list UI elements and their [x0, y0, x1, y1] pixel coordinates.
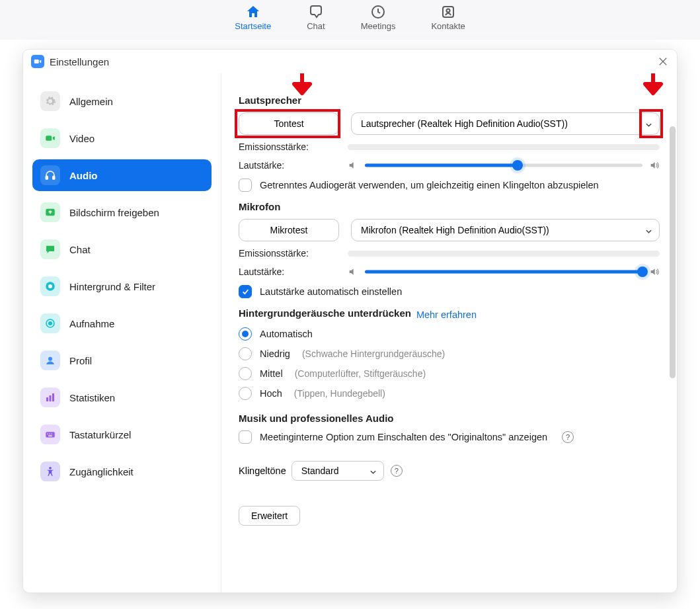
chat-icon — [40, 239, 60, 259]
sidebar-item-shortcuts[interactable]: Tastaturkürzel — [32, 419, 212, 450]
annotation-box-dropdown — [639, 109, 663, 138]
sidebar-item-statistics[interactable]: Statistiken — [32, 382, 212, 413]
checkbox-unchecked-icon — [239, 179, 252, 192]
noise-medium-label: Mittel — [260, 368, 283, 379]
svg-rect-5 — [46, 177, 48, 180]
ringtone-select[interactable]: Standard — [292, 461, 384, 481]
svg-point-19 — [52, 434, 53, 435]
close-button[interactable] — [657, 56, 669, 67]
svg-rect-3 — [34, 60, 39, 63]
radio-icon — [239, 347, 252, 360]
annotation-arrow-left — [290, 73, 314, 102]
svg-rect-20 — [48, 436, 52, 437]
mic-test-button[interactable]: Mikrotest — [239, 219, 339, 241]
speaker-device-select[interactable]: Lautsprecher (Realtek High Definition Au… — [351, 112, 660, 135]
sidebar-label: Hintergrund & Filter — [69, 281, 155, 292]
share-screen-icon — [40, 202, 60, 222]
sidebar-item-general[interactable]: Allgemein — [32, 85, 212, 117]
sidebar-item-share-screen[interactable]: Bildschirm freigeben — [32, 196, 212, 228]
svg-point-2 — [447, 9, 450, 13]
sidebar-label: Chat — [69, 244, 91, 255]
mic-device-select[interactable]: Mikrofon (Realtek High Definition Audio(… — [351, 219, 660, 241]
chat-bubble-icon — [308, 4, 324, 20]
radio-icon — [239, 367, 252, 380]
sidebar-label: Profil — [69, 355, 92, 366]
radio-icon — [239, 387, 252, 400]
speaker-device-value: Lautsprecher (Realtek High Definition Au… — [361, 118, 568, 129]
auto-adjust-volume-checkbox[interactable]: Lautstärke automatisch einstellen — [239, 285, 660, 298]
help-icon[interactable]: ? — [391, 465, 403, 477]
sidebar-item-profile[interactable]: Profil — [32, 345, 212, 376]
nav-home-label: Startseite — [235, 21, 271, 31]
settings-window: Einstellungen Allgemein Video Audio Bild… — [22, 49, 678, 593]
scrollbar-thumb[interactable] — [670, 126, 676, 378]
zoom-app-icon — [31, 55, 44, 68]
sidebar-label: Bildschirm freigeben — [69, 207, 159, 218]
nav-meetings-label: Meetings — [361, 21, 396, 31]
record-icon — [40, 313, 60, 333]
settings-titlebar: Einstellungen — [23, 50, 677, 73]
chevron-down-icon — [369, 467, 377, 475]
noise-radio-medium[interactable]: Mittel (Computerlüfter, Stiftgeräusche) — [239, 364, 660, 384]
sidebar-label: Aufnahme — [69, 318, 114, 329]
nav-home[interactable]: Startseite — [235, 4, 271, 31]
sidebar-item-audio[interactable]: Audio — [32, 159, 212, 191]
top-nav-bar: Startseite Chat Meetings Kontakte — [0, 0, 700, 40]
svg-rect-13 — [46, 397, 48, 401]
accessibility-icon — [40, 462, 60, 481]
svg-rect-16 — [46, 432, 55, 437]
speaker-volume-slider[interactable] — [365, 159, 642, 172]
auto-adjust-label: Lautstärke automatisch einstellen — [260, 286, 402, 297]
chevron-down-icon — [645, 227, 652, 234]
sidebar-label: Statistiken — [69, 392, 115, 403]
mic-input-level-meter — [348, 251, 660, 257]
profile-icon — [40, 350, 60, 370]
annotation-box-test-button — [235, 109, 340, 138]
contacts-icon — [440, 4, 456, 20]
checkbox-checked-icon — [239, 285, 252, 298]
nav-chat[interactable]: Chat — [307, 4, 325, 31]
sidebar-item-video[interactable]: Video — [32, 122, 212, 154]
noise-auto-label: Automatisch — [260, 329, 313, 339]
svg-point-9 — [48, 284, 52, 288]
svg-rect-4 — [46, 136, 52, 141]
sidebar-item-accessibility[interactable]: Zugänglichkeit — [32, 456, 212, 487]
content-scrollbar[interactable] — [670, 126, 676, 585]
sidebar-label: Tastaturkürzel — [69, 429, 131, 440]
help-icon[interactable]: ? — [562, 431, 574, 443]
clock-icon — [370, 4, 386, 20]
svg-point-11 — [49, 322, 52, 325]
music-pro-audio-title: Musik und professionelles Audio — [239, 413, 660, 424]
noise-radio-low[interactable]: Niedrig (Schwache Hintergrundgeräusche) — [239, 344, 660, 364]
noise-low-label: Niedrig — [260, 348, 290, 359]
volume-high-icon — [649, 160, 660, 171]
video-camera-icon — [40, 128, 60, 148]
original-sound-checkbox[interactable]: Meetinginterne Option zum Einschalten de… — [239, 430, 660, 444]
noise-suppression-title: Hintergrundgeräusche unterdrücken — [239, 307, 411, 319]
checkbox-unchecked-icon — [239, 430, 252, 444]
noise-high-hint: (Tippen, Hundegebell) — [294, 388, 385, 399]
noise-radio-auto[interactable]: Automatisch — [239, 324, 660, 344]
sidebar-label: Audio — [69, 170, 98, 181]
nav-meetings[interactable]: Meetings — [361, 4, 396, 31]
speaker-output-level-meter — [348, 144, 660, 150]
volume-low-icon — [348, 160, 358, 171]
background-filter-icon — [40, 276, 60, 296]
noise-radio-high[interactable]: Hoch (Tippen, Hundegebell) — [239, 384, 660, 403]
sidebar-label: Allgemein — [69, 96, 113, 107]
separate-audio-device-checkbox[interactable]: Getrenntes Audiogerät verwenden, um glei… — [239, 179, 660, 192]
speaker-output-level-label: Emissionsstärke: — [239, 142, 348, 152]
sidebar-item-background[interactable]: Hintergrund & Filter — [32, 270, 212, 302]
home-icon — [245, 4, 261, 20]
sidebar-item-recording[interactable]: Aufnahme — [32, 307, 212, 339]
ringtone-label: Klingeltöne — [239, 466, 286, 476]
sidebar-item-chat[interactable]: Chat — [32, 233, 212, 265]
annotation-arrow-right — [641, 73, 665, 102]
separate-audio-label: Getrenntes Audiogerät verwenden, um glei… — [260, 180, 599, 190]
learn-more-link[interactable]: Mehr erfahren — [416, 309, 477, 320]
mic-volume-slider[interactable] — [365, 265, 642, 278]
svg-point-12 — [48, 357, 52, 361]
noise-low-hint: (Schwache Hintergrundgeräusche) — [302, 348, 445, 359]
nav-contacts[interactable]: Kontakte — [431, 4, 465, 31]
advanced-button[interactable]: Erweitert — [239, 506, 300, 526]
